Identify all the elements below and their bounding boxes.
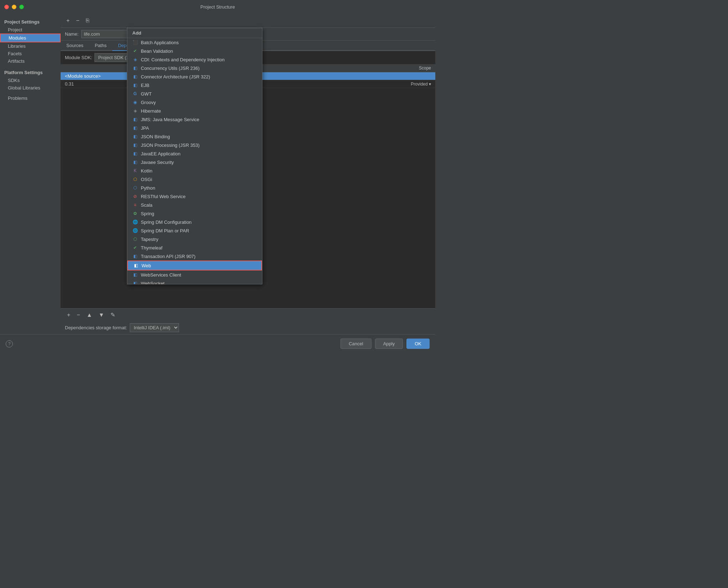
sidebar-item-sdks[interactable]: SDKs: [0, 77, 61, 84]
spring-icon: ✿: [132, 211, 138, 216]
dep-add-button[interactable]: +: [65, 311, 72, 319]
spring-dm-config-icon: 🌐: [132, 219, 138, 225]
add-item-batch[interactable]: ⬛ Batch Applications: [127, 38, 262, 47]
cdi-icon: ◈: [132, 57, 138, 62]
scala-icon: ≡: [132, 202, 138, 208]
add-item-thymeleaf[interactable]: ✔ Thymeleaf: [127, 243, 262, 252]
module-toolbar: + − ⎘: [61, 14, 435, 28]
footer-right: Cancel Apply OK: [340, 339, 430, 349]
sdk-label: Module SDK:: [65, 55, 92, 60]
javaee-security-icon: ◧: [132, 159, 138, 165]
tab-paths[interactable]: Paths: [89, 41, 112, 51]
sidebar-item-global-libraries[interactable]: Global Libraries: [0, 84, 61, 92]
add-module-button[interactable]: +: [64, 17, 72, 25]
add-item-tapestry[interactable]: ⬡ Tapestry: [127, 235, 262, 243]
kotlin-icon: K: [132, 168, 138, 174]
add-item-connector[interactable]: ◧ Connector Architecture (JSR 322): [127, 72, 262, 81]
add-item-json-binding[interactable]: ◧ JSON Binding: [127, 132, 262, 141]
add-dropdown-header: Add: [127, 28, 262, 38]
window-controls[interactable]: [4, 5, 24, 9]
main-layout: Project Settings Project Modules Librari…: [0, 14, 435, 334]
add-item-python[interactable]: ⬡ Python: [127, 184, 262, 192]
sidebar-item-libraries[interactable]: Libraries: [0, 42, 61, 50]
add-item-web[interactable]: ◧ Web: [127, 261, 262, 270]
footer-left: ?: [6, 340, 13, 347]
content-area: + − ⎘ Name: Sources Paths Dependencies M…: [61, 14, 435, 334]
transaction-icon: ◧: [132, 253, 138, 259]
add-item-javaee-security[interactable]: ◧ Javaee Security: [127, 158, 262, 166]
ok-button[interactable]: OK: [406, 339, 430, 349]
dep-remove-button[interactable]: −: [75, 311, 82, 319]
add-item-spring-dm-config[interactable]: 🌐 Spring DM Configuration: [127, 218, 262, 226]
minimize-button[interactable]: [12, 5, 16, 9]
project-settings-header: Project Settings: [0, 17, 61, 26]
dep-row-scope: Provided ▾: [388, 82, 431, 87]
webservices-client-icon: ◧: [132, 272, 138, 278]
jms-icon: ◧: [132, 117, 138, 122]
add-item-transaction[interactable]: ◧ Transaction API (JSR 907): [127, 252, 262, 261]
help-button[interactable]: ?: [6, 340, 13, 347]
dep-down-button[interactable]: ▼: [97, 311, 107, 319]
add-item-kotlin[interactable]: K Kotlin: [127, 166, 262, 175]
sidebar-item-facets[interactable]: Facets: [0, 50, 61, 57]
tab-sources[interactable]: Sources: [61, 41, 89, 51]
add-item-ejb[interactable]: ◧ EJB: [127, 81, 262, 89]
websocket-icon: ◧: [132, 280, 138, 284]
col-scope-header: Scope: [388, 66, 431, 71]
dep-up-button[interactable]: ▲: [84, 311, 94, 319]
sidebar-item-artifacts[interactable]: Artifacts: [0, 57, 61, 65]
add-item-groovy[interactable]: ◉ Groovy: [127, 98, 262, 107]
osgi-icon: ⬡: [132, 176, 138, 182]
add-item-osgi[interactable]: ⬡ OSGi: [127, 175, 262, 184]
close-button[interactable]: [4, 5, 9, 9]
concurrency-icon: ◧: [132, 65, 138, 71]
hibernate-icon: ◈: [132, 108, 138, 114]
title-bar: Project Structure: [0, 0, 435, 14]
dep-storage-row: Dependencies storage format: IntelliJ ID…: [61, 321, 435, 334]
add-item-javaee-app[interactable]: ◧ JavaEE Application: [127, 149, 262, 158]
restful-icon: ⊘: [132, 194, 138, 199]
add-item-concurrency[interactable]: ◧ Concurrency Utils (JSR 236): [127, 64, 262, 72]
add-item-spring[interactable]: ✿ Spring: [127, 209, 262, 218]
add-item-gwt[interactable]: G GWT: [127, 89, 262, 98]
json-processing-icon: ◧: [132, 142, 138, 148]
json-binding-icon: ◧: [132, 134, 138, 139]
sidebar-item-problems[interactable]: Problems: [0, 94, 61, 102]
add-item-restful[interactable]: ⊘ RESTful Web Service: [127, 192, 262, 201]
window-title: Project Structure: [200, 4, 235, 10]
remove-module-button[interactable]: −: [74, 17, 81, 25]
add-item-bean-validation[interactable]: ✔ Bean Validation: [127, 47, 262, 55]
bean-validation-icon: ✔: [132, 48, 138, 54]
name-label: Name:: [65, 31, 78, 37]
tapestry-icon: ⬡: [132, 236, 138, 242]
web-icon: ◧: [133, 263, 139, 268]
jpa-icon: ◧: [132, 125, 138, 131]
maximize-button[interactable]: [19, 5, 24, 9]
apply-button[interactable]: Apply: [375, 339, 403, 349]
python-icon: ⬡: [132, 185, 138, 191]
copy-module-button[interactable]: ⎘: [84, 17, 92, 25]
sidebar: Project Settings Project Modules Librari…: [0, 14, 61, 334]
spring-dm-plan-icon: 🌐: [132, 228, 138, 233]
add-item-scala[interactable]: ≡ Scala: [127, 201, 262, 209]
add-item-websocket[interactable]: ◧ WebSocket: [127, 279, 262, 284]
sidebar-item-modules[interactable]: Modules: [0, 33, 61, 42]
sidebar-divider2: [0, 92, 61, 94]
add-item-cdi[interactable]: ◈ CDI: Contexts and Dependency Injection: [127, 55, 262, 64]
add-item-jpa[interactable]: ◧ JPA: [127, 124, 262, 132]
sidebar-item-project[interactable]: Project: [0, 26, 61, 33]
add-item-jms[interactable]: ◧ JMS: Java Message Service: [127, 115, 262, 124]
storage-label: Dependencies storage format:: [65, 325, 127, 330]
add-item-hibernate[interactable]: ◈ Hibernate: [127, 107, 262, 115]
gwt-icon: G: [132, 91, 138, 97]
add-item-webservices-client[interactable]: ◧ WebServices Client: [127, 270, 262, 279]
add-dropdown: Add ⬛ Batch Applications ✔ Bean Validati…: [127, 28, 262, 284]
dep-edit-button[interactable]: ✎: [108, 311, 117, 319]
add-item-spring-dm-plan[interactable]: 🌐 Spring DM Plan or PAR: [127, 226, 262, 235]
javaee-app-icon: ◧: [132, 151, 138, 156]
storage-select[interactable]: IntelliJ IDEA (.iml): [130, 323, 179, 332]
cancel-button[interactable]: Cancel: [340, 339, 371, 349]
groovy-icon: ◉: [132, 99, 138, 105]
add-item-json-processing[interactable]: ◧ JSON Processing (JSR 353): [127, 141, 262, 149]
connector-icon: ◧: [132, 74, 138, 79]
